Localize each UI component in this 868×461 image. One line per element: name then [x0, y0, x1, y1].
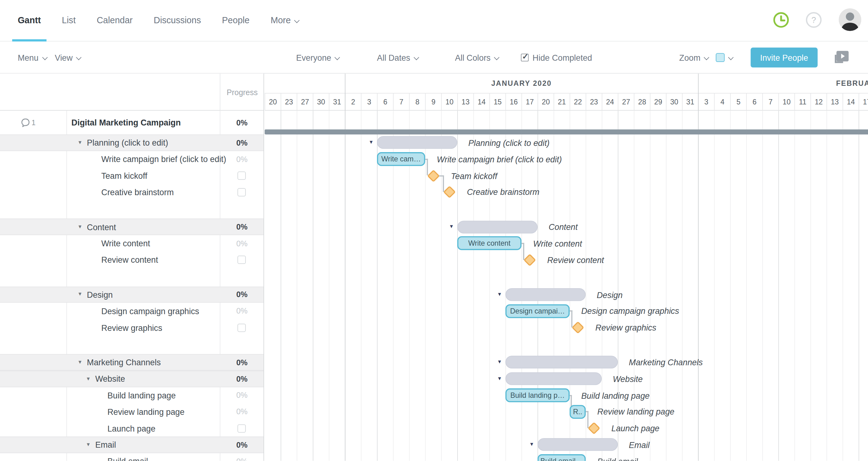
checkbox-checked-icon[interactable]: [521, 54, 529, 61]
dates-filter-dropdown[interactable]: All Dates: [377, 41, 418, 74]
bar-label: Team kickoff: [451, 171, 497, 180]
task-row[interactable]: Team kickoff: [0, 167, 264, 184]
colors-filter-dropdown[interactable]: All Colors: [455, 41, 498, 74]
user-avatar[interactable]: [839, 8, 861, 33]
collapse-caret-icon[interactable]: ▼: [86, 376, 91, 382]
milestone-checkbox[interactable]: [238, 188, 246, 196]
milestone-diamond[interactable]: [443, 186, 455, 198]
task-name[interactable]: Planning (click to edit): [87, 138, 168, 147]
milestone-diamond[interactable]: [427, 169, 439, 182]
task-name[interactable]: Marketing Channels: [87, 358, 161, 367]
task-row-inner: Write content0%: [0, 235, 264, 252]
view-dropdown[interactable]: View: [55, 41, 81, 74]
collapse-caret-icon[interactable]: ▼: [78, 359, 83, 365]
tab-gantt[interactable]: Gantt: [18, 0, 41, 41]
task-row[interactable]: Design campaign graphics0%: [0, 303, 264, 319]
task-name[interactable]: Launch page: [107, 424, 155, 433]
task-row-inner: ▼Planning (click to edit)0%: [0, 135, 264, 151]
task-name[interactable]: Design campaign graphics: [101, 306, 199, 316]
day-gridline: [682, 110, 683, 461]
task-row[interactable]: Write content0%: [0, 235, 264, 252]
task-name[interactable]: Write content: [101, 238, 150, 248]
project-summary-bar[interactable]: [265, 130, 868, 134]
task-name[interactable]: Write campaign brief (click to edit): [101, 155, 226, 164]
app-window: Gantt List Calendar Discussions People M…: [0, 0, 868, 461]
task-bar[interactable]: Write content: [457, 236, 521, 250]
day-header-cell: 27: [297, 93, 313, 110]
task-name[interactable]: Review content: [101, 255, 158, 265]
color-swatch[interactable]: [716, 53, 725, 62]
milestone-checkbox[interactable]: [238, 324, 246, 332]
collapse-caret-icon[interactable]: ▼: [529, 441, 534, 447]
task-name[interactable]: Team kickoff: [101, 171, 147, 180]
task-name[interactable]: Review landing page: [107, 407, 184, 417]
group-bar[interactable]: [505, 372, 602, 385]
task-name[interactable]: Website: [95, 374, 125, 383]
group-bar[interactable]: [537, 438, 618, 451]
task-row[interactable]: Build email0%: [0, 453, 264, 461]
task-bar[interactable]: R..: [569, 405, 586, 419]
task-row[interactable]: ▼Marketing Channels0%: [0, 354, 264, 370]
task-row[interactable]: Review landing page0%: [0, 403, 264, 420]
task-row[interactable]: ▼Content0%: [0, 219, 264, 235]
task-bar[interactable]: Build email…: [537, 454, 586, 461]
task-row[interactable]: ▼Planning (click to edit)0%: [0, 134, 264, 151]
hide-completed-toggle[interactable]: Hide Completed: [521, 41, 592, 74]
group-bar[interactable]: [505, 288, 586, 301]
task-name[interactable]: Build email: [107, 457, 148, 461]
menu-dropdown[interactable]: Menu: [18, 41, 46, 74]
time-clock-icon[interactable]: [773, 11, 789, 30]
task-name[interactable]: Content: [87, 222, 116, 231]
task-bar[interactable]: Design campai…: [505, 304, 569, 318]
group-bar[interactable]: [377, 136, 457, 149]
milestone-checkbox[interactable]: [238, 256, 246, 264]
tab-people[interactable]: People: [222, 0, 250, 41]
task-name[interactable]: Build landing page: [107, 391, 176, 400]
comment-count-badge[interactable]: 1: [21, 118, 36, 127]
milestone-diamond[interactable]: [571, 321, 584, 334]
task-row[interactable]: Build landing page0%: [0, 387, 264, 403]
people-filter-dropdown[interactable]: Everyone: [296, 41, 339, 74]
task-bar[interactable]: Write cam…: [377, 152, 425, 166]
milestone-diamond[interactable]: [523, 254, 536, 266]
help-icon[interactable]: ?: [805, 11, 822, 30]
task-row[interactable]: Write campaign brief (click to edit)0%: [0, 151, 264, 167]
task-name[interactable]: Design: [87, 290, 113, 299]
video-tutorial-icon[interactable]: [834, 41, 849, 74]
task-bar[interactable]: Build landing p…: [505, 389, 569, 402]
collapse-caret-icon[interactable]: ▼: [497, 359, 502, 365]
milestone-checkbox[interactable]: [238, 424, 246, 432]
task-name[interactable]: Digital Marketing Campaign: [71, 118, 181, 127]
collapse-caret-icon[interactable]: ▼: [78, 292, 83, 297]
tab-calendar[interactable]: Calendar: [97, 0, 133, 41]
collapse-caret-icon[interactable]: ▼: [449, 224, 454, 229]
tab-more[interactable]: More: [271, 0, 299, 41]
task-row[interactable]: ▼Email0%: [0, 436, 264, 453]
task-name[interactable]: Creative brainstorm: [101, 188, 174, 197]
task-name[interactable]: Email: [95, 440, 116, 449]
collapse-caret-icon[interactable]: ▼: [78, 140, 83, 145]
collapse-caret-icon[interactable]: ▼: [497, 291, 502, 297]
task-row[interactable]: Launch page: [0, 420, 264, 436]
task-row[interactable]: Review content: [0, 252, 264, 268]
collapse-caret-icon[interactable]: ▼: [78, 224, 83, 229]
milestone-checkbox[interactable]: [238, 172, 246, 180]
collapse-caret-icon[interactable]: ▼: [369, 139, 374, 145]
collapse-caret-icon[interactable]: ▼: [497, 375, 502, 381]
invite-people-button[interactable]: Invite People: [750, 48, 817, 68]
task-row[interactable]: ▼Website0%: [0, 370, 264, 387]
month-label: [265, 73, 345, 93]
task-name[interactable]: Review graphics: [101, 323, 162, 332]
milestone-diamond[interactable]: [587, 422, 600, 434]
task-row[interactable]: Creative brainstorm: [0, 184, 264, 200]
group-bar[interactable]: [457, 221, 537, 233]
color-picker-dropdown[interactable]: [716, 41, 733, 74]
zoom-dropdown[interactable]: Zoom: [679, 41, 708, 74]
tab-discussions[interactable]: Discussions: [154, 0, 201, 41]
collapse-caret-icon[interactable]: ▼: [86, 442, 91, 448]
tab-list[interactable]: List: [62, 0, 75, 41]
task-row[interactable]: 1Digital Marketing Campaign0%: [0, 110, 264, 134]
group-bar[interactable]: [505, 356, 618, 369]
task-row[interactable]: ▼Design0%: [0, 286, 264, 303]
task-row[interactable]: Review graphics: [0, 320, 264, 336]
